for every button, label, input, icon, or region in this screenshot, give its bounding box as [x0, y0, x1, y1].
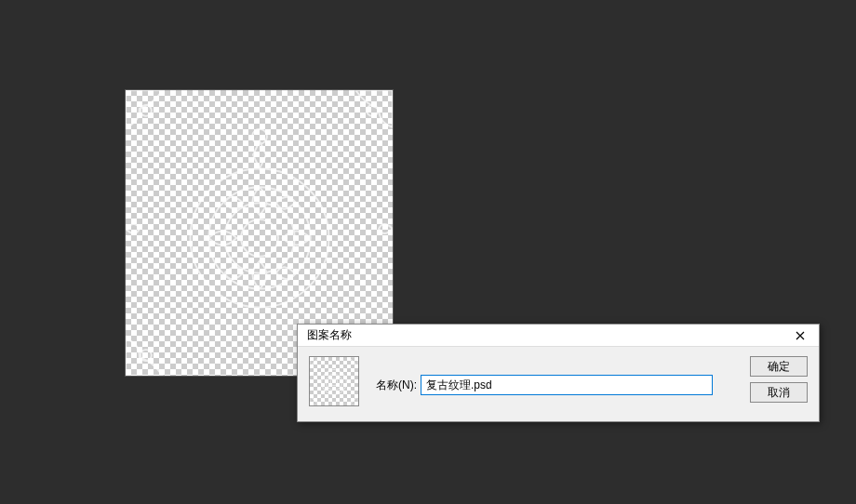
svg-point-9: [322, 369, 347, 394]
close-icon: [796, 331, 805, 340]
name-row: 名称(N):: [376, 375, 713, 395]
svg-point-0: [191, 168, 329, 307]
svg-point-3: [241, 219, 278, 257]
svg-point-10: [326, 374, 341, 390]
dialog-titlebar[interactable]: 图案名称: [298, 325, 819, 347]
dialog-buttons: 确定 取消: [750, 356, 808, 403]
cancel-button[interactable]: 取消: [750, 382, 808, 403]
close-button[interactable]: [782, 325, 819, 347]
ok-button[interactable]: 确定: [750, 356, 808, 377]
svg-point-11: [330, 378, 338, 386]
dialog-body: 名称(N): 确定 取消: [298, 347, 819, 423]
dialog-title: 图案名称: [307, 327, 352, 343]
pattern-name-input[interactable]: [421, 375, 713, 395]
pattern-name-dialog: 图案名称 名称(N):: [297, 324, 820, 422]
svg-point-2: [224, 203, 294, 272]
pattern-thumbnail: [309, 356, 359, 406]
name-label: 名称(N):: [376, 378, 417, 393]
